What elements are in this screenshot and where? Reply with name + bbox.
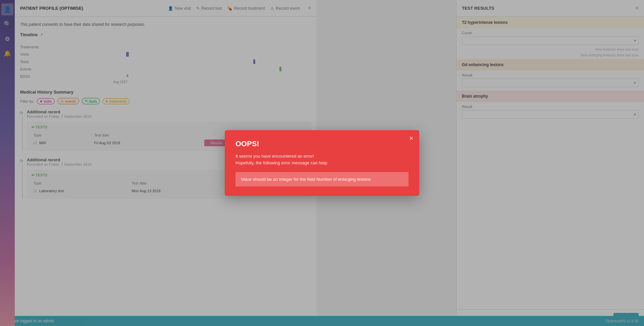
modal-title: OOPS!	[235, 140, 409, 148]
modal-error-message: Value should be an integer for the field…	[235, 172, 409, 186]
modal-close-button[interactable]: ×	[409, 135, 413, 142]
oops-modal: × OOPS! It seems you have encountered an…	[225, 130, 419, 196]
modal-subtitle: It seems you have encountered an error! …	[235, 153, 409, 166]
modal-overlay[interactable]: × OOPS! It seems you have encountered an…	[0, 0, 644, 326]
